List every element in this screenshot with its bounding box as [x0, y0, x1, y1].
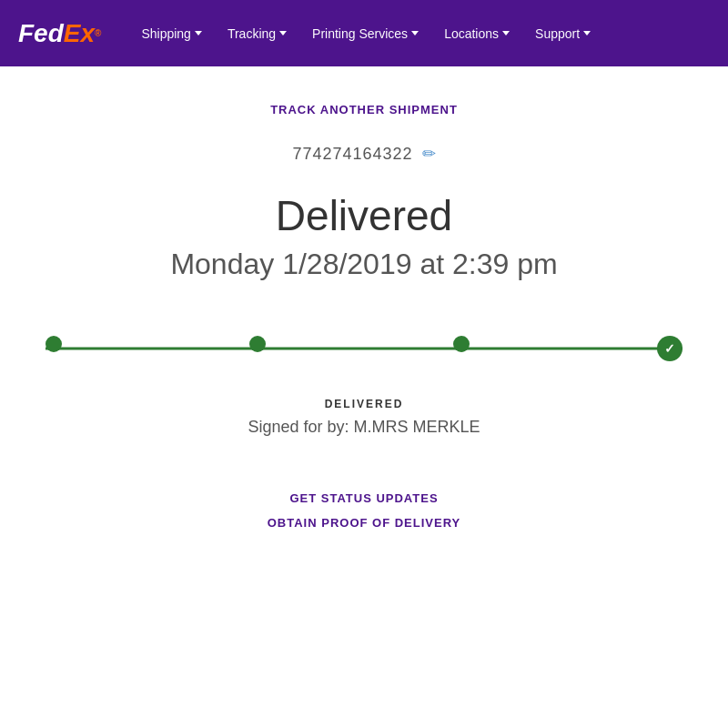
signed-for-text: Signed for by: M.MRS MERKLE	[248, 418, 480, 437]
logo-ex-text: Ex	[64, 19, 95, 48]
nav-link-tracking[interactable]: Tracking	[215, 26, 299, 41]
logo-dot: ®	[95, 28, 101, 38]
status-title: Delivered	[276, 191, 452, 240]
nav-item-support[interactable]: Support	[522, 26, 603, 41]
navbar: FedEx® Shipping Tracking Printing Servic…	[0, 0, 728, 66]
progress-dot-1	[46, 336, 62, 352]
main-content: TRACK ANOTHER SHIPMENT 774274164322 ✏ De…	[0, 66, 728, 566]
delivered-label: DELIVERED	[248, 398, 480, 410]
nav-link-locations[interactable]: Locations	[431, 26, 522, 41]
get-status-updates-link[interactable]: GET STATUS UPDATES	[289, 491, 438, 505]
checkmark-icon: ✓	[664, 341, 675, 356]
nav-link-shipping[interactable]: Shipping	[128, 26, 215, 41]
nav-link-printing[interactable]: Printing Services	[299, 26, 431, 41]
status-date: Monday 1/28/2019 at 2:39 pm	[170, 248, 557, 281]
chevron-down-icon	[583, 31, 591, 35]
chevron-down-icon	[502, 31, 510, 35]
nav-item-shipping[interactable]: Shipping	[128, 26, 215, 41]
nav-item-locations[interactable]: Locations	[431, 26, 522, 41]
obtain-proof-link[interactable]: OBTAIN PROOF OF DELIVERY	[268, 516, 461, 530]
nav-links: Shipping Tracking Printing Services Loca…	[128, 26, 603, 41]
nav-item-tracking[interactable]: Tracking	[215, 26, 299, 41]
progress-dots: ✓	[46, 336, 682, 361]
chevron-down-icon	[195, 31, 202, 35]
nav-item-printing[interactable]: Printing Services	[299, 26, 431, 41]
edit-icon[interactable]: ✏	[422, 144, 436, 164]
nav-label-shipping: Shipping	[141, 26, 191, 41]
fedex-logo[interactable]: FedEx®	[18, 19, 101, 48]
nav-label-printing: Printing Services	[312, 26, 408, 41]
status-section: DELIVERED Signed for by: M.MRS MERKLE	[248, 398, 480, 464]
chevron-down-icon	[279, 31, 287, 35]
tracking-number: 774274164322	[292, 145, 412, 164]
track-another-link[interactable]: TRACK ANOTHER SHIPMENT	[270, 103, 458, 116]
nav-link-support[interactable]: Support	[522, 26, 603, 41]
progress-bar: ✓	[46, 336, 682, 361]
action-links: GET STATUS UPDATES OBTAIN PROOF OF DELIV…	[268, 491, 461, 530]
logo-fed-text: Fed	[18, 19, 64, 48]
nav-label-locations: Locations	[444, 26, 499, 41]
progress-dot-2	[249, 336, 266, 352]
progress-dot-final: ✓	[657, 336, 682, 361]
nav-label-tracking: Tracking	[228, 26, 276, 41]
nav-label-support: Support	[535, 26, 580, 41]
chevron-down-icon	[411, 31, 419, 35]
tracking-number-row: 774274164322 ✏	[292, 144, 435, 164]
progress-dot-3	[453, 336, 470, 352]
